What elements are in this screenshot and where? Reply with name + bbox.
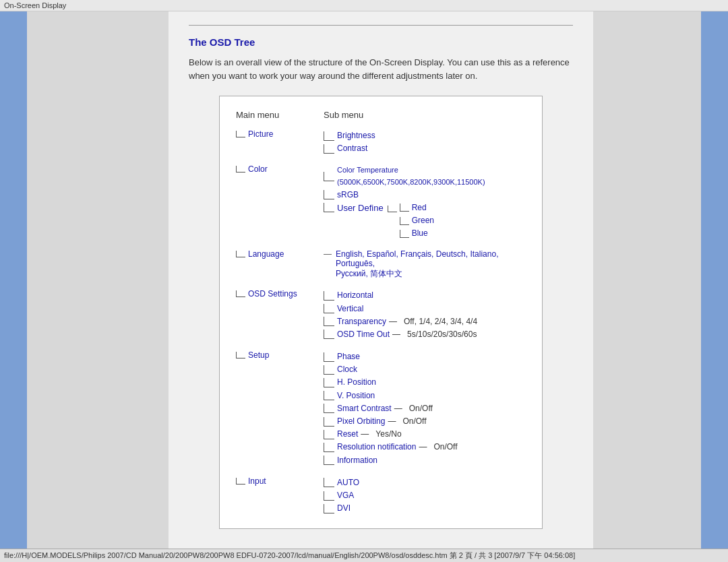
title-bar: On-Screen Display xyxy=(0,0,728,11)
color-label: Color xyxy=(248,164,268,174)
color-subitems: Color Temperature (5000K,6500K,7500K,820… xyxy=(324,164,526,240)
setup-clock: Clock xyxy=(324,363,526,376)
col-sub-label: Sub menu xyxy=(324,110,526,120)
osd-settings-label: OSD Settings xyxy=(248,289,297,299)
osd-vertical: Vertical xyxy=(324,303,526,315)
setup-phase: Phase xyxy=(324,350,526,363)
osd-header-row: Main menu Sub menu xyxy=(236,110,526,120)
section-osd-settings: OSD Settings Horizontal Vertical xyxy=(236,289,526,341)
section-picture: Picture Brightness Contrast xyxy=(236,129,526,155)
page-title: The OSD Tree xyxy=(189,36,573,48)
input-dvi: DVI xyxy=(324,502,526,515)
section-setup: Setup Phase Clock H. Posit xyxy=(236,350,526,467)
setup-reset: Reset — Yes/No xyxy=(324,428,526,441)
input-label: Input xyxy=(248,476,266,486)
osd-timeout: OSD Time Out — 5s/10s/20s/30s/60s xyxy=(324,328,526,341)
status-text: file:///H|/OEM.MODELS/Philips 2007/CD Ma… xyxy=(4,551,575,559)
osd-transparency: Transparency — Off, 1/4, 2/4, 3/4, 4/4 xyxy=(324,315,526,328)
color-red: Red xyxy=(400,201,434,214)
color-rgb-list: Red Green Blue xyxy=(400,201,434,241)
language-values: — English, Español, Français, Deutsch, I… xyxy=(324,249,526,280)
main-label-osd-settings: OSD Settings xyxy=(236,289,324,299)
color-srgb: sRGB xyxy=(324,189,526,201)
title-bar-text: On-Screen Display xyxy=(4,1,66,9)
section-color: Color Color Temperature (5000K,6500K,750… xyxy=(236,164,526,240)
top-divider xyxy=(189,25,573,26)
right-sidebar xyxy=(701,11,728,562)
language-label: Language xyxy=(248,249,284,259)
status-bar: file:///H|/OEM.MODELS/Philips 2007/CD Ma… xyxy=(0,549,728,562)
setup-subitems: Phase Clock H. Position V. Position xyxy=(324,350,526,467)
setup-vposition: V. Position xyxy=(324,389,526,402)
section-input: Input AUTO VGA DVI xyxy=(236,476,526,516)
section-language: Language — English, Español, Français, D… xyxy=(236,249,526,280)
left-gray-area xyxy=(27,11,169,562)
setup-hposition: H. Position xyxy=(324,376,526,389)
main-label-language: Language xyxy=(236,249,324,259)
input-vga: VGA xyxy=(324,489,526,502)
input-subitems: AUTO VGA DVI xyxy=(324,476,526,516)
input-auto: AUTO xyxy=(324,476,526,489)
setup-resolution: Resolution notification — On/Off xyxy=(324,441,526,454)
col-main-label: Main menu xyxy=(236,110,324,120)
description-text: Below is an overall view of the structur… xyxy=(189,56,573,82)
setup-label: Setup xyxy=(248,350,269,360)
osd-tree-box: Main menu Sub menu Picture Brightness xyxy=(219,96,543,529)
setup-information: Information xyxy=(324,454,526,467)
main-label-input: Input xyxy=(236,476,324,486)
color-blue: Blue xyxy=(400,227,434,240)
main-label-setup: Setup xyxy=(236,350,324,360)
picture-contrast: Contrast xyxy=(324,142,526,155)
setup-pixelorbiting: Pixel Orbiting — On/Off xyxy=(324,415,526,428)
color-nested: Red Green Blue xyxy=(388,201,434,241)
main-label-color: Color xyxy=(236,164,324,174)
osd-settings-subitems: Horizontal Vertical Transparency — Off, … xyxy=(324,289,526,341)
picture-brightness: Brightness xyxy=(324,129,526,142)
main-label-picture: Picture xyxy=(236,129,324,139)
color-userdefine-row: User Define Red xyxy=(324,201,526,241)
setup-smartcontrast: Smart Contrast — On/Off xyxy=(324,402,526,415)
page-layout: The OSD Tree Below is an overall view of… xyxy=(0,11,728,562)
left-sidebar xyxy=(0,11,27,562)
color-green: Green xyxy=(400,214,434,227)
color-temp: Color Temperature (5000K,6500K,7500K,820… xyxy=(324,164,526,188)
osd-horizontal: Horizontal xyxy=(324,289,526,302)
right-gray-area xyxy=(593,11,701,562)
picture-label: Picture xyxy=(248,129,273,139)
picture-subitems: Brightness Contrast xyxy=(324,129,526,155)
main-content: The OSD Tree Below is an overall view of… xyxy=(169,11,593,562)
